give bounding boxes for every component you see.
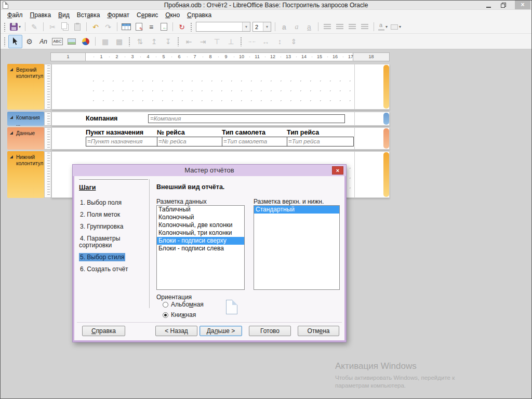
menu-item-1[interactable]: Правка	[26, 10, 55, 20]
column-field-box[interactable]: =Тип рейса	[287, 137, 353, 146]
image-control-icon[interactable]	[64, 35, 78, 48]
sorting-grouping-icon[interactable]: ⚙	[22, 35, 36, 48]
font-color-icon[interactable]: ▾	[377, 21, 389, 33]
data-layout-listbox[interactable]: ТабличныйКолоночныйКолоночный, две колон…	[156, 205, 245, 290]
company-label[interactable]: Компания	[86, 115, 117, 122]
greatest-width-icon[interactable]: ↔	[259, 35, 273, 48]
data-layout-option-2[interactable]: Колоночный, две колонки	[157, 221, 244, 229]
menu-item-7[interactable]: Справка	[183, 10, 215, 20]
column-header[interactable]: № рейса	[157, 129, 222, 136]
bold-icon[interactable]: a	[278, 21, 290, 33]
wizard-step-5[interactable]: 5. Выбор стиля	[79, 254, 148, 261]
align-on-bottom-icon[interactable]: ⊥	[224, 35, 238, 48]
align-on-top-icon[interactable]: ⊤	[210, 35, 224, 48]
align-center-icon[interactable]	[334, 21, 346, 33]
section-header-page-header[interactable]: Верхний колонтитул	[7, 64, 44, 110]
underline-icon[interactable]: a	[303, 21, 315, 33]
wizard-step-6[interactable]: 6. Создать отчёт	[79, 266, 148, 273]
helplines-icon[interactable]: ▩	[112, 35, 126, 48]
data-layout-option-0[interactable]: Табличный	[157, 206, 244, 214]
data-layout-option-5[interactable]: Блоки - подписи слева	[157, 245, 244, 252]
company-field-box[interactable]: =Компания	[148, 114, 345, 123]
menu-item-6[interactable]: Окно	[162, 10, 183, 20]
greatest-height-icon[interactable]: ⇕	[287, 35, 301, 48]
close-button[interactable]: ×	[515, 1, 530, 9]
wizard-step-4[interactable]: 4. Параметры сортировки	[79, 235, 148, 249]
align-left-icon[interactable]	[321, 21, 334, 33]
data-layout-option-1[interactable]: Колоночный	[157, 214, 244, 221]
application-window: Пробная.odb : Отчёт2 - LibreOffice Base:…	[0, 0, 532, 399]
dialog-close-icon[interactable]: ×	[332, 166, 343, 175]
chart-icon[interactable]	[78, 35, 92, 48]
paste-icon[interactable]	[71, 21, 84, 33]
center-vertical-icon[interactable]: ⇅	[133, 35, 147, 48]
font-name-combo[interactable]: ▾	[196, 22, 250, 32]
wizard-step-2[interactable]: 2. Поля меток	[79, 211, 148, 218]
smallest-width-icon[interactable]: →←	[245, 35, 259, 48]
column-field-box[interactable]: =№ рейса	[157, 137, 222, 146]
menu-item-4[interactable]: Формат	[103, 10, 133, 20]
restore-button[interactable]	[496, 1, 510, 9]
align-top-icon[interactable]: ↥	[147, 35, 161, 48]
label-field-icon[interactable]: An	[36, 35, 50, 48]
header-layout-listbox[interactable]: Стандартный	[254, 205, 340, 290]
align-justify-icon[interactable]	[358, 21, 371, 33]
dialog-button-готово[interactable]: Готово	[249, 326, 291, 336]
edit-icon[interactable]: ✎	[28, 21, 41, 33]
copy-icon[interactable]	[59, 21, 71, 33]
canvas-company-group[interactable]: Компания =Компания	[51, 112, 390, 126]
column-field-box[interactable]: =Пункт назначения	[86, 137, 157, 146]
column-header[interactable]: Тип рейса	[287, 129, 353, 136]
radio-orientation-0[interactable]: Альбомная	[163, 301, 204, 308]
align-left-edge-icon[interactable]: ⇤	[182, 35, 196, 48]
report-navigator-icon[interactable]: ≡	[145, 21, 157, 33]
dropdown-arrow-icon[interactable]: ▾	[263, 22, 271, 31]
align-right-icon[interactable]	[346, 21, 358, 33]
menu-item-0[interactable]: Файл	[4, 10, 26, 20]
redo-icon[interactable]: ↷	[102, 21, 114, 33]
select-pointer-icon[interactable]	[8, 35, 22, 48]
italic-icon[interactable]: a	[290, 21, 303, 33]
save-icon[interactable]: ▾	[8, 21, 22, 33]
add-field-icon[interactable]	[132, 21, 145, 33]
align-bottom-icon[interactable]: ↧	[161, 35, 175, 48]
header-layout-option-0[interactable]: Стандартный	[254, 206, 339, 214]
column-header[interactable]: Пункт назначения	[86, 129, 157, 136]
data-layout-option-4[interactable]: Блоки - подписи сверху	[157, 237, 244, 245]
canvas-detail[interactable]: Пункт назначения№ рейсаТип самолетаТип р…	[51, 127, 390, 150]
canvas-page-header[interactable]	[51, 64, 390, 110]
align-right-edge-icon[interactable]: ⇥	[196, 35, 210, 48]
table-control-icon[interactable]	[120, 21, 132, 33]
radio-orientation-1[interactable]: Книжная	[163, 311, 196, 318]
execute-report-icon[interactable]: ↻	[176, 21, 188, 33]
font-size-combo[interactable]: 2▾	[252, 22, 271, 32]
dialog-button-назад[interactable]: < Назад	[155, 326, 197, 336]
cut-icon[interactable]: ✂	[46, 21, 59, 33]
smallest-height-icon[interactable]: ↕	[273, 35, 287, 48]
sorting-icon[interactable]	[157, 21, 170, 33]
text-box-icon[interactable]: ABC	[50, 35, 64, 48]
section-header-page-footer[interactable]: Нижний колонтитул	[7, 151, 44, 198]
dialog-button-справка[interactable]: Справка	[82, 326, 125, 336]
grid-icon[interactable]: ▦	[98, 35, 112, 48]
dialog-button-дальше[interactable]: Дальше >	[200, 326, 242, 336]
wizard-step-1[interactable]: 1. Выбор поля	[79, 200, 148, 206]
menu-item-2[interactable]: Вид	[55, 10, 73, 20]
undo-icon[interactable]: ↶	[89, 21, 102, 33]
dialog-title-bar[interactable]: Мастер отчётов	[73, 165, 346, 176]
dialog-button-отмена[interactable]: Отмена	[298, 326, 339, 336]
menu-item-5[interactable]: Сервис	[133, 10, 162, 20]
wizard-step-3[interactable]: 3. Группировка	[79, 223, 148, 230]
minimize-button[interactable]	[482, 1, 495, 9]
toolbar-separator	[86, 22, 87, 31]
column-field-box[interactable]: =Тип самолета	[222, 137, 287, 146]
menu-item-3[interactable]: Вставка	[73, 10, 104, 20]
section-header-company-group[interactable]: Компания ...	[7, 112, 44, 126]
highlighting-icon[interactable]: ▾	[389, 21, 403, 33]
dropdown-arrow-icon[interactable]: ▾	[242, 22, 250, 31]
section-header-detail[interactable]: Данные	[7, 127, 44, 150]
ruler-number: 12	[265, 53, 281, 61]
column-header[interactable]: Тип самолета	[222, 129, 287, 136]
horizontal-ruler[interactable]: 1 18 1234567891011121314151617	[50, 52, 390, 61]
data-layout-option-3[interactable]: Колоночный, три колонки	[157, 229, 244, 237]
